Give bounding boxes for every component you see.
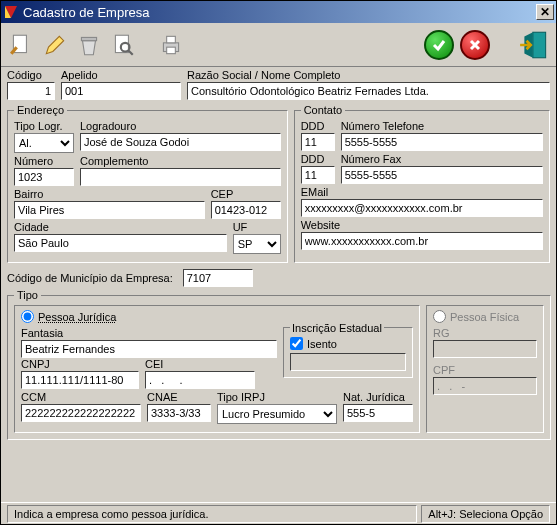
tipologr-select[interactable]: Al. [14, 133, 74, 153]
tel-input[interactable] [341, 133, 543, 151]
numfax-label: Número Fax [341, 153, 543, 165]
print-button[interactable] [155, 29, 187, 61]
window-title: Cadastro de Empresa [23, 5, 536, 20]
status-right: Alt+J: Seleciona Opção [421, 505, 550, 523]
svg-rect-9 [167, 47, 176, 53]
email-label: EMail [301, 186, 543, 198]
cidade-label: Cidade [14, 221, 227, 233]
cancel-button[interactable] [460, 30, 490, 60]
close-button[interactable]: ✕ [536, 4, 554, 20]
pf-panel: Pessoa Física RG CPF [426, 305, 544, 433]
isento-checkbox[interactable] [290, 337, 303, 350]
fantasia-input[interactable] [21, 340, 277, 358]
numtel-label: Número Telefone [341, 120, 543, 132]
razao-input[interactable] [187, 82, 550, 100]
confirm-button[interactable] [424, 30, 454, 60]
endereco-group: Endereço Tipo Logr. Al. Logradouro Númer… [7, 104, 288, 263]
cep-input[interactable] [211, 201, 281, 219]
codigo-label: Código [7, 69, 55, 81]
svg-rect-3 [81, 37, 96, 40]
status-left: Indica a empresa como pessoa jurídica. [7, 505, 417, 523]
delete-button[interactable] [73, 29, 105, 61]
toolbar [1, 23, 556, 67]
pf-radio[interactable] [433, 310, 446, 323]
pj-radio[interactable] [21, 310, 34, 323]
insc-est-legend: Inscrição Estadual [290, 322, 384, 334]
email-input[interactable] [301, 199, 543, 217]
codmun-label: Código de Município da Empresa: [7, 272, 173, 284]
apelido-input[interactable] [61, 82, 181, 100]
pf-radio-label: Pessoa Física [450, 311, 519, 323]
svg-line-6 [128, 50, 132, 54]
website-input[interactable] [301, 232, 543, 250]
tipo-group: Tipo Pessoa Jurídica Fantasia [7, 289, 551, 440]
apelido-label: Apelido [61, 69, 181, 81]
bairro-label: Bairro [14, 188, 205, 200]
complemento-label: Complemento [80, 155, 281, 167]
tipoirpj-select[interactable]: Lucro Presumido [217, 404, 337, 424]
edit-button[interactable] [39, 29, 71, 61]
cnpj-input[interactable] [21, 371, 139, 389]
ccm-label: CCM [21, 391, 141, 403]
cep-label: CEP [211, 188, 281, 200]
cnpj-label: CNPJ [21, 358, 139, 370]
new-button[interactable] [5, 29, 37, 61]
contato-legend: Contato [301, 104, 346, 116]
statusbar: Indica a empresa como pessoa jurídica. A… [1, 502, 556, 524]
natjur-label: Nat. Jurídica [343, 391, 413, 403]
ddd-tel-input[interactable] [301, 133, 335, 151]
endereco-legend: Endereço [14, 104, 67, 116]
tipoirpj-label: Tipo IRPJ [217, 391, 337, 403]
ddd-fax-label: DDD [301, 153, 335, 165]
contato-group: Contato DDD Número Telefone DDD [294, 104, 550, 263]
bairro-input[interactable] [14, 201, 205, 219]
logradouro-label: Logradouro [80, 120, 281, 132]
app-logo-icon [3, 4, 19, 20]
ddd-fax-input[interactable] [301, 166, 335, 184]
titlebar: Cadastro de Empresa ✕ [1, 1, 556, 23]
search-button[interactable] [107, 29, 139, 61]
complemento-input[interactable] [80, 168, 281, 186]
fantasia-label: Fantasia [21, 327, 277, 339]
tipo-legend: Tipo [14, 289, 41, 301]
tipologr-label: Tipo Logr. [14, 120, 74, 132]
ddd-tel-label: DDD [301, 120, 335, 132]
isento-label: Isento [307, 338, 337, 350]
rg-input [433, 340, 537, 358]
natjur-input[interactable] [343, 404, 413, 422]
cei-input[interactable] [145, 371, 255, 389]
uf-label: UF [233, 221, 281, 233]
cei-label: CEI [145, 358, 255, 370]
insc-est-input [290, 353, 406, 371]
codmun-input[interactable] [183, 269, 253, 287]
logradouro-input[interactable] [80, 133, 281, 151]
fax-input[interactable] [341, 166, 543, 184]
razao-label: Razão Social / Nome Completo [187, 69, 550, 81]
cnae-input[interactable] [147, 404, 211, 422]
svg-rect-10 [533, 32, 546, 58]
svg-rect-8 [167, 36, 176, 43]
uf-select[interactable]: SP [233, 234, 281, 254]
cpf-input [433, 377, 537, 395]
insc-est-group: Inscrição Estadual Isento [283, 327, 413, 378]
website-label: Website [301, 219, 543, 231]
pj-radio-label: Pessoa Jurídica [38, 311, 116, 323]
codigo-input[interactable] [7, 82, 55, 100]
rg-label: RG [433, 327, 537, 339]
cidade-input[interactable] [14, 234, 227, 252]
window: Cadastro de Empresa ✕ Código Apelido Raz… [0, 0, 557, 525]
ccm-input[interactable] [21, 404, 141, 422]
numero-label: Número [14, 155, 74, 167]
cpf-label: CPF [433, 364, 537, 376]
cnae-label: CNAE [147, 391, 211, 403]
numero-input[interactable] [14, 168, 74, 186]
form-content: Código Apelido Razão Social / Nome Compl… [1, 67, 556, 502]
exit-button[interactable] [518, 28, 552, 62]
pj-panel: Pessoa Jurídica Fantasia Inscrição Estad… [14, 305, 420, 433]
